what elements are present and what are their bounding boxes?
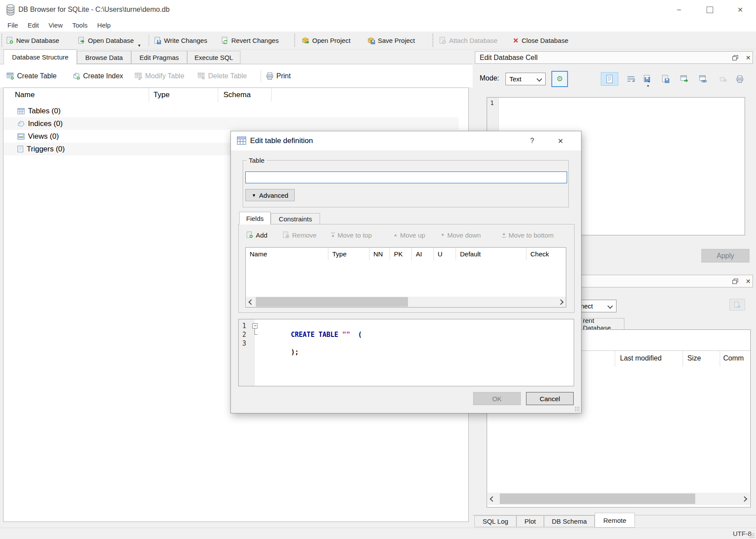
create-table-button[interactable]: Create Table xyxy=(7,67,56,85)
maximize-button[interactable] xyxy=(703,3,717,16)
open-in-editor-button[interactable] xyxy=(677,72,691,86)
tree-item-indices[interactable]: Indices (0) xyxy=(4,117,459,130)
toolbar-drag-handle[interactable] xyxy=(432,33,434,48)
move-to-top-button[interactable]: ▲ Move to top xyxy=(331,229,372,241)
close-database-button[interactable]: Close Database xyxy=(512,32,568,49)
column-divider[interactable] xyxy=(149,88,149,102)
remove-field-button[interactable]: Remove xyxy=(282,229,317,241)
col-nn[interactable]: NN xyxy=(369,248,390,260)
attach-database-button[interactable]: Attach Database xyxy=(439,32,498,49)
new-database-button[interactable]: New Database xyxy=(6,32,59,49)
minimize-button[interactable]: – xyxy=(672,3,686,16)
export-text-button[interactable] xyxy=(658,72,672,86)
col-check[interactable]: Check xyxy=(526,248,566,260)
word-wrap-button[interactable] xyxy=(624,72,638,86)
open-database-button[interactable]: Open Database xyxy=(78,32,134,49)
column-divider[interactable] xyxy=(218,88,218,102)
menu-edit[interactable]: Edit xyxy=(23,19,44,32)
column-divider[interactable] xyxy=(720,351,720,367)
add-field-button[interactable]: Add xyxy=(246,229,268,241)
ok-button[interactable]: OK xyxy=(473,392,521,405)
apply-button[interactable]: Apply xyxy=(701,249,749,262)
delete-table-button[interactable]: Delete Table xyxy=(198,67,247,85)
tree-column-name[interactable]: Name xyxy=(15,91,35,99)
tab-remote[interactable]: Remote xyxy=(595,513,635,528)
scroll-right-button[interactable] xyxy=(740,495,748,502)
scroll-left-button[interactable] xyxy=(247,298,255,305)
revert-changes-button[interactable]: Revert Changes xyxy=(221,32,279,49)
window-resize-grip[interactable] xyxy=(749,533,754,538)
create-index-button[interactable]: Create Index xyxy=(73,67,123,85)
sql-preview[interactable]: 1 2 3 − CREATE TABLE "" ( ); xyxy=(238,319,574,386)
header-commit[interactable]: Comm xyxy=(723,354,749,362)
dock-close-button[interactable]: ✕ xyxy=(742,276,754,286)
modify-table-button[interactable]: Modify Table xyxy=(135,67,185,85)
move-up-button[interactable]: ▲ Move up xyxy=(394,229,425,241)
tree-column-schema[interactable]: Schema xyxy=(223,91,251,99)
menu-help[interactable]: Help xyxy=(92,19,115,32)
tab-fields[interactable]: Fields xyxy=(239,212,271,224)
write-changes-button[interactable]: Write Changes xyxy=(154,32,207,49)
menu-view[interactable]: View xyxy=(44,19,67,32)
dock-float-button[interactable] xyxy=(729,276,741,286)
column-divider[interactable] xyxy=(615,351,615,367)
dock-float-button[interactable] xyxy=(729,53,741,63)
horizontal-scrollbar[interactable] xyxy=(488,493,750,505)
scroll-left-button[interactable] xyxy=(488,495,496,502)
save-project-button[interactable]: Save Project xyxy=(367,32,415,49)
tab-database-structure[interactable]: Database Structure xyxy=(3,49,77,65)
link-button[interactable] xyxy=(696,72,710,86)
header-last-modified[interactable]: Last modified xyxy=(620,354,662,362)
dock-close-button[interactable]: ✕ xyxy=(742,53,754,63)
column-divider[interactable] xyxy=(271,88,272,102)
toolbar-drag-handle[interactable] xyxy=(1,33,3,48)
tab-edit-pragmas[interactable]: Edit Pragmas xyxy=(131,51,187,64)
tab-sql-log[interactable]: SQL Log xyxy=(474,515,516,527)
fields-horizontal-scrollbar[interactable] xyxy=(246,297,566,307)
advanced-toggle-button[interactable]: ▼ Advanced xyxy=(245,189,295,201)
col-pk[interactable]: PK xyxy=(390,248,412,260)
col-ai[interactable]: AI xyxy=(412,248,434,260)
clone-database-button[interactable] xyxy=(729,299,745,311)
fold-marker[interactable]: − xyxy=(252,323,258,329)
tab-db-schema[interactable]: DB Schema xyxy=(544,515,595,527)
open-project-icon xyxy=(302,37,310,44)
menu-tools[interactable]: Tools xyxy=(67,19,92,32)
dialog-close-button[interactable]: ✕ xyxy=(554,134,568,147)
dialog-resize-grip[interactable] xyxy=(575,406,579,411)
scrollbar-thumb[interactable] xyxy=(256,297,408,307)
import-dropdown-icon[interactable]: ▾ xyxy=(647,84,649,88)
table-name-input[interactable] xyxy=(245,172,567,183)
col-u[interactable]: U xyxy=(434,248,456,260)
tab-execute-sql[interactable]: Execute SQL xyxy=(187,51,240,64)
cancel-button[interactable]: Cancel xyxy=(526,392,574,405)
set-null-button[interactable] xyxy=(716,72,730,86)
tab-browse-data[interactable]: Browse Data xyxy=(77,51,131,64)
col-type[interactable]: Type xyxy=(328,248,369,260)
text-format-button[interactable] xyxy=(601,72,618,86)
move-to-bottom-button[interactable]: ▼ Move to bottom xyxy=(502,229,554,241)
print-button[interactable]: Print xyxy=(266,67,291,85)
scroll-right-button[interactable] xyxy=(557,298,564,305)
column-divider[interactable] xyxy=(683,351,683,367)
mode-settings-button[interactable]: ⚙ xyxy=(551,71,568,87)
scrollbar-thumb[interactable] xyxy=(500,494,695,504)
col-default[interactable]: Default xyxy=(456,248,526,260)
dialog-help-button[interactable]: ? xyxy=(525,134,539,147)
open-database-dropdown[interactable]: ▾ xyxy=(138,41,140,49)
tree-item-tables[interactable]: Tables (0) xyxy=(4,105,459,117)
close-button[interactable]: ✕ xyxy=(733,3,747,16)
new-database-icon xyxy=(6,37,14,44)
toolbar-drag-handle[interactable] xyxy=(294,33,296,48)
move-down-button[interactable]: ▼ Move down xyxy=(441,229,481,241)
tree-column-type[interactable]: Type xyxy=(153,91,170,99)
print-cell-button[interactable] xyxy=(733,72,747,86)
open-project-button[interactable]: Open Project xyxy=(302,32,351,49)
encoding-indicator[interactable]: UTF-8 xyxy=(733,530,752,537)
menu-file[interactable]: File xyxy=(3,19,23,32)
mode-combobox[interactable]: Text xyxy=(505,73,546,85)
header-size[interactable]: Size xyxy=(687,354,701,362)
col-name[interactable]: Name xyxy=(246,248,328,260)
tab-plot[interactable]: Plot xyxy=(516,515,544,527)
tab-constraints[interactable]: Constraints xyxy=(271,213,320,224)
